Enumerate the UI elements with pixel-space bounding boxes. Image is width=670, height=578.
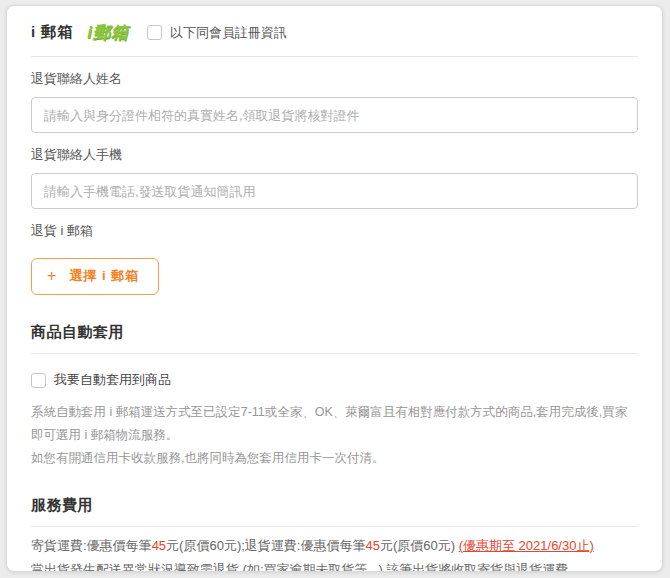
ship-fee-price: 45 <box>152 538 166 553</box>
auto-apply-checkbox-row[interactable]: 我要自動套用到商品 <box>31 371 638 389</box>
same-as-member-label: 以下同會員註冊資訊 <box>170 24 287 42</box>
i-mailbox-settings-card: i 郵箱 i郵箱 以下同會員註冊資訊 退貨聯絡人姓名 退貨聯絡人手機 退貨 i … <box>6 5 663 572</box>
return-fee-prefix: 退貨運費:優惠價每筆 <box>245 538 366 553</box>
auto-apply-divider <box>31 353 638 354</box>
auto-apply-description-line1: 系統自動套用 i 郵箱運送方式至已設定7-11或全家、OK、萊爾富且有相對應付款… <box>31 401 638 447</box>
return-contact-phone-input[interactable] <box>31 173 638 209</box>
choose-mailbox-button-label: 選擇 i 郵箱 <box>69 267 139 285</box>
return-fee-suffix: 元(原價60元) <box>380 538 459 553</box>
auto-apply-description-line2: 如您有開通信用卡收款服務,也將同時為您套用信用卡一次付清。 <box>31 447 638 470</box>
plus-icon: + <box>47 268 57 284</box>
service-fee-line: 寄貨運費:優惠價每筆45元(原價60元);退貨運費:優惠價每筆45元(原價60元… <box>31 534 638 558</box>
page-title: i 郵箱 <box>31 23 73 42</box>
return-contact-name-label: 退貨聯絡人姓名 <box>31 70 638 88</box>
same-as-member-checkbox[interactable] <box>147 25 162 40</box>
card-header: i 郵箱 i郵箱 以下同會員註冊資訊 <box>7 6 662 56</box>
service-fee-note: 當出貨發生配送異常狀況導致需退貨 (如:買家逾期未取貨等...),該筆出貨將收取… <box>31 558 638 572</box>
return-contact-phone-input-wrap <box>31 173 638 209</box>
return-contact-name-input-wrap <box>31 97 638 133</box>
same-as-member-checkbox-row[interactable]: 以下同會員註冊資訊 <box>147 24 287 42</box>
auto-apply-checkbox-label: 我要自動套用到商品 <box>54 371 171 389</box>
return-contact-name-input[interactable] <box>31 97 638 133</box>
ship-fee-prefix: 寄貨運費:優惠價每筆 <box>31 538 152 553</box>
auto-apply-heading: 商品自動套用 <box>31 323 638 342</box>
i-mailbox-logo: i郵箱 <box>87 21 129 44</box>
return-fee-price: 45 <box>365 538 379 553</box>
card-body: 退貨聯絡人姓名 退貨聯絡人手機 退貨 i 郵箱 + 選擇 i 郵箱 商品自動套用… <box>7 57 662 572</box>
ship-fee-suffix: 元(原價60元); <box>166 538 245 553</box>
promo-period-text: (優惠期至 2021/6/30止) <box>459 538 594 553</box>
choose-mailbox-button[interactable]: + 選擇 i 郵箱 <box>31 258 159 295</box>
return-contact-phone-label: 退貨聯絡人手機 <box>31 146 638 164</box>
auto-apply-checkbox[interactable] <box>31 373 46 388</box>
return-mailbox-label: 退貨 i 郵箱 <box>31 222 638 240</box>
service-fee-heading: 服務費用 <box>31 496 638 515</box>
service-fee-divider <box>31 526 638 527</box>
